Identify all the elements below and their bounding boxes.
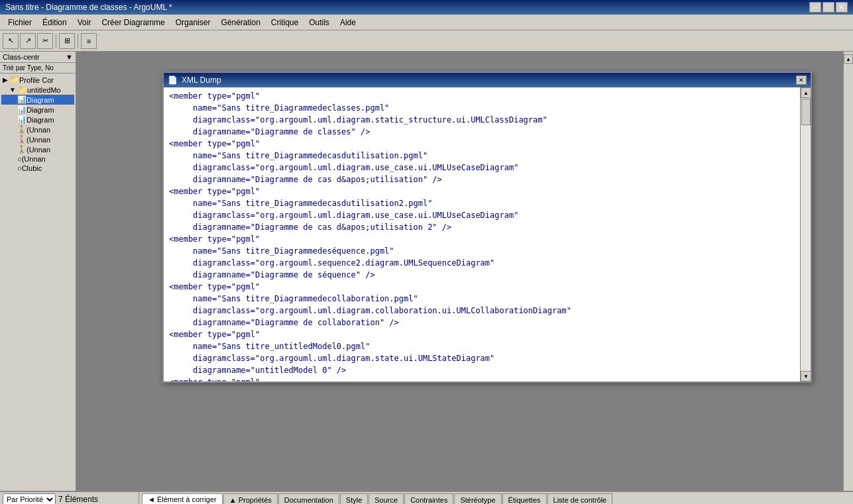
element-count: 7 Éléments: [58, 495, 98, 504]
tree-label-profile: Profile Cor: [19, 76, 54, 84]
toolbar-btn-5[interactable]: ≡: [81, 33, 97, 49]
tree-label-untitled: untitledMo: [27, 86, 61, 94]
tab-source[interactable]: Source: [369, 493, 404, 504]
bottom-sections: Par Priorité 7 Éléments ▼ 📁 Élevée ▶ 📁 M…: [0, 492, 853, 504]
tab-arrow-left: ◄: [148, 495, 155, 503]
tree-item-actor3[interactable]: 🚶 (Unnan: [1, 144, 74, 154]
dialog-titlebar: 📄 XML Dump ✕: [164, 73, 811, 87]
tab-label-source: Source: [374, 496, 398, 504]
title-bar: Sans titre - Diagramme de classes - Argo…: [0, 0, 853, 15]
scroll-up-btn[interactable]: ▲: [801, 87, 811, 98]
left-panel: Class-centr ▼ Trié par Type, No ▶ 📁 Prof…: [0, 52, 76, 491]
toolbar-btn-2[interactable]: ↗: [20, 33, 36, 49]
tab-style[interactable]: Style: [340, 493, 368, 504]
xml-text-area[interactable]: <member type="pgml" name="Sans titre_Dia…: [164, 87, 800, 381]
tree-label-diagram3: Diagram: [27, 116, 54, 124]
priority-header: Par Priorité 7 Éléments: [0, 492, 139, 504]
menu-organiser[interactable]: Organiser: [170, 17, 216, 28]
tab-label-proprietes: Propriétés: [239, 496, 272, 504]
tab-label-stereotype: Stéréotype: [460, 496, 495, 504]
actor-icon-2: 🚶: [17, 135, 27, 144]
window-controls: ─ □ ✕: [809, 2, 848, 13]
expand-icon-2: ▼: [9, 86, 16, 93]
tree-item-actor2[interactable]: 🚶 (Unnan: [1, 134, 74, 144]
tab-label-documentation: Documentation: [284, 496, 333, 504]
tab-proprietes[interactable]: ▲ Propriétés: [223, 493, 278, 504]
dialog-title: XML Dump: [182, 76, 221, 85]
tab-liste-controle[interactable]: Liste de contrôle: [547, 493, 613, 504]
tab-label-etiquettes: Étiquettes: [508, 496, 541, 504]
minimize-button[interactable]: ─: [809, 2, 821, 13]
xml-dump-dialog: 📄 XML Dump ✕ <member type="pgml" name="S…: [162, 72, 812, 383]
menu-creer[interactable]: Créer Diagramme: [96, 17, 170, 28]
window-title: Sans titre - Diagramme de classes - Argo…: [5, 3, 172, 12]
menu-fichier[interactable]: Fichier: [3, 17, 37, 28]
tree-item-clubic[interactable]: ○ Clubic: [1, 164, 74, 173]
tab-label-contraintes: Contraintes: [410, 496, 447, 504]
tree-item-diagram3[interactable]: 📊 Diagram: [1, 115, 74, 125]
sort-label: Trié par Type, No: [0, 63, 76, 74]
left-panel-title: Class-centr: [3, 53, 40, 61]
dialog-content: <member type="pgml" name="Sans titre_Dia…: [164, 87, 811, 381]
menu-bar: Fichier Édition Voir Créer Diagramme Org…: [0, 15, 853, 30]
circle-icon-2: ○: [17, 164, 22, 172]
diagram-icon-2: 📊: [17, 105, 27, 114]
menu-voir[interactable]: Voir: [72, 17, 97, 28]
actor-icon-1: 🚶: [17, 125, 27, 134]
scroll-thumb[interactable]: [801, 99, 811, 125]
dialog-close-button[interactable]: ✕: [796, 76, 807, 85]
maximize-button[interactable]: □: [823, 2, 834, 13]
scroll-track: [801, 98, 811, 371]
right-panel: ▲: [843, 52, 853, 491]
menu-generation[interactable]: Génération: [215, 17, 265, 28]
tab-documentation[interactable]: Documentation: [278, 493, 339, 504]
dialog-title-content: 📄 XML Dump: [168, 76, 221, 85]
diagram-icon-1: 📊: [17, 95, 27, 104]
close-button[interactable]: ✕: [836, 2, 848, 13]
toolbar-btn-4[interactable]: ⊞: [59, 33, 75, 49]
tab-etiquettes[interactable]: Étiquettes: [502, 493, 547, 504]
center-area: 📄 XML Dump ✕ <member type="pgml" name="S…: [76, 52, 843, 491]
expand-icon: ▶: [3, 76, 8, 83]
circle-icon-1: ○: [17, 155, 22, 163]
tree-item-diagram2[interactable]: 📊 Diagram: [1, 105, 74, 115]
tree-area: ▶ 📁 Profile Cor ▼ 📁 untitledMo 📊 Diagram…: [0, 74, 76, 491]
menu-aide[interactable]: Aide: [335, 17, 361, 28]
folder-icon-profile: 📁: [10, 76, 19, 84]
scroll-down-btn[interactable]: ▼: [801, 371, 811, 381]
tree-item-circle1[interactable]: ○ (Unnan: [1, 154, 74, 164]
toolbar-btn-3[interactable]: ✂: [37, 33, 53, 49]
tab-stereotype[interactable]: Stéréotype: [454, 493, 501, 504]
menu-outils[interactable]: Outils: [304, 17, 335, 28]
toolbar-btn-1[interactable]: ↖: [3, 33, 19, 49]
tree-item-actor1[interactable]: 🚶 (Unnan: [1, 125, 74, 134]
xml-scrollbar-vertical[interactable]: ▲ ▼: [800, 87, 811, 381]
tree-label-diagram2: Diagram: [27, 106, 54, 114]
tab-arrow-up: ▲: [229, 496, 237, 504]
actor-icon-3: 🚶: [17, 145, 27, 154]
toolbar: ↖ ↗ ✂ ⊞ ≡: [0, 30, 853, 52]
tree-label-clubic: Clubic: [22, 164, 42, 172]
folder-icon-untitled: 📁: [18, 85, 27, 94]
tree-label-actor1: (Unnan: [27, 126, 50, 134]
right-scroll-up[interactable]: ▲: [844, 54, 853, 64]
dialog-icon: 📄: [168, 76, 178, 85]
left-panel-header: Class-centr ▼: [0, 52, 76, 63]
menu-edition[interactable]: Édition: [37, 17, 72, 28]
tree-item-untitled[interactable]: ▼ 📁 untitledMo: [1, 85, 74, 95]
main-container: Class-centr ▼ Trié par Type, No ▶ 📁 Prof…: [0, 52, 853, 491]
toolbar-separator-2: [78, 34, 78, 48]
tab-label-style: Style: [346, 496, 362, 504]
toolbar-separator-1: [56, 34, 56, 48]
diagram-icon-3: 📊: [17, 115, 27, 124]
priority-select[interactable]: Par Priorité: [3, 493, 56, 504]
tree-item-diagram1[interactable]: 📊 Diagram: [1, 95, 74, 105]
tab-element-corriger[interactable]: ◄ Élément à corriger: [142, 493, 223, 504]
tab-label-liste: Liste de contrôle: [553, 496, 607, 504]
tab-contraintes[interactable]: Contraintes: [404, 493, 453, 504]
menu-critique[interactable]: Critique: [266, 17, 304, 28]
bottom-right-tabs: ◄ Élément à corriger ▲ Propriétés Docume…: [139, 492, 853, 504]
priority-panel: Par Priorité 7 Éléments ▼ 📁 Élevée ▶ 📁 M…: [0, 492, 139, 504]
bottom-panel: Par Priorité 7 Éléments ▼ 📁 Élevée ▶ 📁 M…: [0, 491, 853, 504]
tree-item-profile[interactable]: ▶ 📁 Profile Cor: [1, 75, 74, 85]
